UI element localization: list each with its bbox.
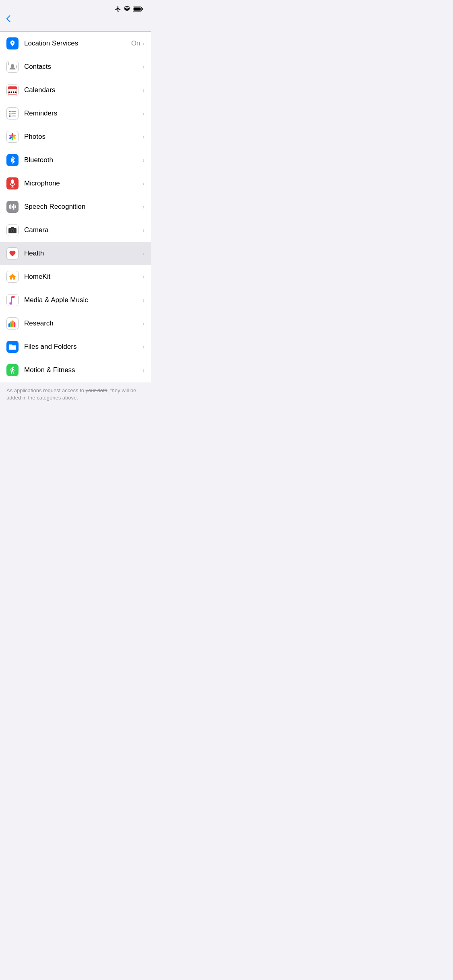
- row-value-location-services: On: [131, 39, 141, 47]
- chevron-icon-media-apple-music: ›: [143, 297, 145, 303]
- chevron-icon-location-services: ›: [143, 40, 145, 47]
- row-label-reminders: Reminders: [24, 109, 143, 117]
- svg-text:●●●●●●: ●●●●●●: [8, 90, 17, 94]
- chevron-icon-reminders: ›: [143, 110, 145, 117]
- svg-rect-40: [12, 321, 14, 327]
- status-bar: [0, 0, 151, 15]
- svg-point-19: [12, 133, 13, 136]
- svg-point-37: [14, 229, 15, 229]
- battery-icon: [133, 6, 143, 12]
- svg-point-35: [12, 230, 14, 232]
- svg-point-22: [12, 138, 13, 140]
- svg-point-14: [9, 115, 11, 117]
- chevron-icon-speech-recognition: ›: [143, 204, 145, 210]
- svg-rect-6: [16, 65, 17, 68]
- svg-rect-32: [14, 205, 16, 208]
- svg-rect-38: [8, 324, 10, 327]
- svg-point-12: [9, 111, 11, 113]
- chevron-icon-calendars: ›: [143, 87, 145, 93]
- settings-row-camera[interactable]: Camera ›: [0, 218, 151, 242]
- settings-row-motion-fitness[interactable]: Motion & Fitness ›: [0, 358, 151, 382]
- svg-point-4: [11, 64, 14, 67]
- chevron-icon-bluetooth: ›: [143, 157, 145, 163]
- wifi-icon: [124, 6, 130, 12]
- row-label-calendars: Calendars: [24, 86, 143, 94]
- row-label-speech-recognition: Speech Recognition: [24, 203, 143, 211]
- row-label-media-apple-music: Media & Apple Music: [24, 296, 143, 304]
- settings-list: Location Services On › Contacts ›: [0, 31, 151, 382]
- row-label-bluetooth: Bluetooth: [24, 156, 143, 164]
- back-button[interactable]: [6, 15, 11, 22]
- svg-rect-29: [10, 204, 12, 210]
- airplane-icon: [115, 6, 121, 12]
- svg-rect-41: [14, 323, 16, 327]
- row-label-files-and-folders: Files and Folders: [24, 343, 143, 351]
- chevron-icon-research: ›: [143, 320, 145, 327]
- chevron-icon-homekit: ›: [143, 274, 145, 280]
- back-chevron-icon: [6, 15, 10, 22]
- row-label-contacts: Contacts: [24, 63, 143, 71]
- row-label-microphone: Microphone: [24, 179, 143, 187]
- svg-rect-28: [9, 205, 10, 208]
- svg-rect-16: [11, 113, 16, 114]
- svg-rect-36: [11, 227, 14, 229]
- settings-row-files-and-folders[interactable]: Files and Folders ›: [0, 335, 151, 358]
- row-label-location-services: Location Services: [24, 39, 131, 47]
- settings-row-speech-recognition[interactable]: Speech Recognition ›: [0, 195, 151, 218]
- chevron-icon-files-and-folders: ›: [143, 344, 145, 350]
- chevron-icon-motion-fitness: ›: [143, 367, 145, 373]
- settings-row-research[interactable]: Research ›: [0, 312, 151, 335]
- settings-row-calendars[interactable]: ●●●●●● Calendars ›: [0, 78, 151, 102]
- settings-row-location-services[interactable]: Location Services On ›: [0, 32, 151, 55]
- settings-row-bluetooth[interactable]: Bluetooth ›: [0, 148, 151, 172]
- settings-row-homekit[interactable]: HomeKit ›: [0, 265, 151, 288]
- svg-rect-25: [11, 179, 14, 184]
- svg-rect-2: [134, 7, 141, 10]
- svg-rect-5: [8, 62, 9, 65]
- row-label-homekit: HomeKit: [24, 273, 143, 281]
- chevron-icon-photos: ›: [143, 134, 145, 140]
- row-label-camera: Camera: [24, 226, 143, 234]
- settings-row-microphone[interactable]: Microphone ›: [0, 172, 151, 195]
- row-label-research: Research: [24, 319, 143, 327]
- row-label-photos: Photos: [24, 133, 143, 141]
- settings-row-reminders[interactable]: Reminders ›: [0, 102, 151, 125]
- settings-row-media-apple-music[interactable]: Media & Apple Music ›: [0, 288, 151, 312]
- footer-text: As applications request access to your d…: [0, 382, 151, 410]
- status-icons: [115, 6, 143, 12]
- nav-bar: [0, 15, 151, 23]
- svg-rect-30: [12, 206, 13, 208]
- svg-rect-9: [8, 88, 17, 89]
- row-label-health: Health: [24, 249, 143, 257]
- settings-row-health[interactable]: Health ›: [0, 242, 151, 265]
- settings-row-photos[interactable]: Photos ›: [0, 125, 151, 148]
- settings-row-contacts[interactable]: Contacts ›: [0, 55, 151, 78]
- chevron-icon-health: ›: [143, 250, 145, 257]
- svg-point-13: [9, 113, 11, 115]
- row-label-motion-fitness: Motion & Fitness: [24, 366, 143, 374]
- svg-rect-1: [142, 8, 143, 10]
- svg-rect-39: [10, 322, 12, 327]
- chevron-icon-contacts: ›: [143, 64, 145, 70]
- chevron-icon-microphone: ›: [143, 180, 145, 187]
- section-gap: [0, 23, 151, 31]
- svg-rect-15: [11, 111, 16, 112]
- svg-rect-17: [11, 116, 16, 117]
- chevron-icon-camera: ›: [143, 227, 145, 233]
- svg-rect-31: [13, 204, 14, 210]
